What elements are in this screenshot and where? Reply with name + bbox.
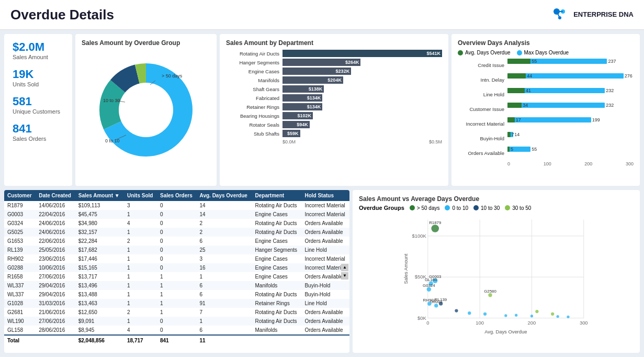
table-cell: RL139 bbox=[4, 246, 36, 254]
scatter-legend-item: 30 to 50 bbox=[505, 205, 531, 211]
dept-bar-row: Rotating Air Ducts $541K bbox=[226, 50, 442, 57]
scatter-point[interactable] bbox=[551, 313, 554, 316]
scatter-point[interactable] bbox=[488, 293, 492, 297]
scatter-point[interactable] bbox=[455, 309, 458, 312]
scroll-up-button[interactable]: ▲ bbox=[341, 264, 348, 271]
table-cell: $13,717 bbox=[75, 272, 124, 281]
scatter-point[interactable] bbox=[535, 310, 538, 313]
scatter-point[interactable] bbox=[483, 313, 487, 316]
table-row[interactable]: WL19027/06/2016$9,091101Rotating Air Duc… bbox=[4, 317, 349, 326]
table-cell: GL158 bbox=[4, 326, 36, 335]
table-row[interactable]: G502524/06/2016$32,157102Rotating Air Du… bbox=[4, 228, 349, 237]
scatter-point[interactable] bbox=[427, 287, 431, 292]
table-cell: Engine Cases bbox=[252, 210, 302, 219]
scatter-point[interactable] bbox=[431, 225, 439, 232]
table-row[interactable]: G032424/06/2016$34,980402Rotating Air Du… bbox=[4, 219, 349, 228]
table-row[interactable]: G028810/06/2016$15,1651016Engine CasesIn… bbox=[4, 263, 349, 272]
table-cell: WL190 bbox=[4, 317, 36, 326]
svg-text:300: 300 bbox=[580, 320, 588, 326]
table-cell: 23/06/2016 bbox=[36, 254, 75, 263]
overview-bar-row: Customer Issue 34 232 bbox=[458, 103, 634, 115]
scatter-area: 0100200300$0K$50K$100KAvg. Days OverdueS… bbox=[359, 214, 634, 334]
logo-icon bbox=[550, 5, 569, 24]
scatter-legend-dot bbox=[410, 205, 415, 210]
table-header-cell[interactable]: Hold Status bbox=[301, 190, 349, 201]
table-row[interactable]: R165827/06/2016$13,717111Engine CasesOrd… bbox=[4, 272, 349, 281]
table-row[interactable]: WL33729/04/2016$13,496116ManifoldsBuyin-… bbox=[4, 281, 349, 290]
table-row[interactable]: G165322/06/2016$22,284206Engine CasesOrd… bbox=[4, 237, 349, 246]
scatter-point[interactable] bbox=[468, 311, 471, 315]
table-cell: 29/04/2016 bbox=[36, 290, 75, 299]
dept-label: Engine Cases bbox=[226, 69, 283, 74]
table-row[interactable]: G268121/06/2016$12,650217Rotating Air Du… bbox=[4, 308, 349, 317]
table-cell: 29/04/2016 bbox=[36, 281, 75, 290]
table-header-cell[interactable]: Avg. Days Overdue bbox=[197, 190, 252, 201]
table-header-cell[interactable]: Units Sold bbox=[124, 190, 157, 201]
table-cell: 1 bbox=[124, 228, 157, 237]
scatter-point-label: G0324 bbox=[423, 283, 435, 288]
table-cell: G2681 bbox=[4, 308, 36, 317]
table-row[interactable]: G102831/03/2016$13,4631191Retainer Rings… bbox=[4, 299, 349, 308]
table-cell: 14 bbox=[197, 201, 252, 210]
svg-text:100: 100 bbox=[476, 320, 484, 326]
scatter-legend-text: 30 to 50 bbox=[512, 205, 531, 211]
table-row[interactable]: WL33729/04/2016$13,488116Rotating Air Du… bbox=[4, 290, 349, 299]
table-cell: 14 bbox=[197, 210, 252, 219]
table-header-cell[interactable]: Date Created bbox=[36, 190, 75, 201]
table-cell: 28/06/2016 bbox=[36, 326, 75, 335]
table-row[interactable]: RH90223/06/2016$17,446103Engine CasesInc… bbox=[4, 254, 349, 263]
table-cell: Incorrect Material bbox=[301, 210, 349, 219]
table-row[interactable]: GL15828/06/2016$8,945406ManifoldsOrders … bbox=[4, 326, 349, 335]
table-header-cell[interactable]: Department bbox=[252, 190, 302, 201]
table-cell: 0 bbox=[157, 219, 197, 228]
dept-bar-row: Fabricated $134K bbox=[226, 94, 442, 102]
scatter-point[interactable] bbox=[427, 302, 431, 306]
scatter-point[interactable] bbox=[504, 314, 507, 317]
table-cell: G5025 bbox=[4, 228, 36, 237]
scatter-legend-dot bbox=[505, 205, 510, 210]
scroll-indicator[interactable]: ▲ ▼ bbox=[341, 264, 348, 280]
overview-bar-row: Intn. Delay 44 276 bbox=[458, 73, 634, 86]
table-header-cell[interactable]: Customer bbox=[4, 190, 36, 201]
scatter-point[interactable] bbox=[567, 316, 569, 318]
dept-axis: $0.0M$0.5M bbox=[226, 139, 442, 144]
table-cell: Orders Available bbox=[301, 228, 349, 237]
scatter-legend: Overdue Groups> 50 days0 to 1010 to 3030… bbox=[359, 205, 634, 211]
table-cell: Engine Cases bbox=[252, 237, 302, 246]
overview-axis-label: 100 bbox=[544, 161, 551, 166]
table-header-cell[interactable]: Sales Amount ▼ bbox=[75, 190, 124, 201]
table-cell: 1 bbox=[157, 308, 197, 317]
overview-bars: 7 14 bbox=[507, 132, 634, 144]
table-cell: 1 bbox=[124, 290, 157, 299]
table-cell: Retainer Rings bbox=[252, 299, 302, 308]
table-cell: Orders Available bbox=[301, 326, 349, 335]
scatter-point[interactable] bbox=[515, 314, 517, 317]
table-footer: Total$2,048,85618,71784111 bbox=[4, 335, 349, 345]
scatter-point[interactable] bbox=[557, 315, 559, 318]
table-cell: $17,446 bbox=[75, 254, 124, 263]
table-cell: Rotating Air Ducts bbox=[252, 290, 302, 299]
table-cell: Incorrect Material bbox=[301, 254, 349, 263]
table-cell: 1 bbox=[124, 272, 157, 281]
overview-legend: Avg. Days OverdueMax Days Overdue bbox=[458, 50, 634, 55]
table-cell: Engine Cases bbox=[252, 254, 302, 263]
table-cell: Rotating Air Ducts bbox=[252, 317, 302, 326]
table-row[interactable]: R187914/06/2016$109,1133014Rotating Air … bbox=[4, 201, 349, 210]
scatter-point[interactable] bbox=[530, 315, 533, 317]
table-row[interactable]: RL13925/05/2016$17,6821025Hanger Segment… bbox=[4, 246, 349, 254]
dept-bar: $59K bbox=[283, 130, 300, 137]
kpi-customers: 581 Unique Customers bbox=[13, 95, 64, 115]
dept-bar-row: Bearing Housings $102K bbox=[226, 112, 442, 119]
table-cell: $22,284 bbox=[75, 237, 124, 246]
overview-title: Overview Days Analysis bbox=[458, 39, 634, 47]
table-row[interactable]: G000322/04/2016$45,4751014Engine CasesIn… bbox=[4, 210, 349, 219]
table-cell: 0 bbox=[157, 246, 197, 254]
table-header-cell[interactable]: Sales Orders bbox=[157, 190, 197, 201]
kpi-sales-value: $2.0M bbox=[13, 40, 64, 54]
table-cell: 27/06/2016 bbox=[36, 272, 75, 281]
overview-row-label: Orders Available bbox=[458, 150, 507, 156]
table-cell: $13,496 bbox=[75, 281, 124, 290]
scroll-down-button[interactable]: ▼ bbox=[341, 272, 348, 280]
scatter-point[interactable] bbox=[434, 304, 438, 307]
table-footer-row: Total$2,048,85618,71784111 bbox=[4, 335, 349, 345]
